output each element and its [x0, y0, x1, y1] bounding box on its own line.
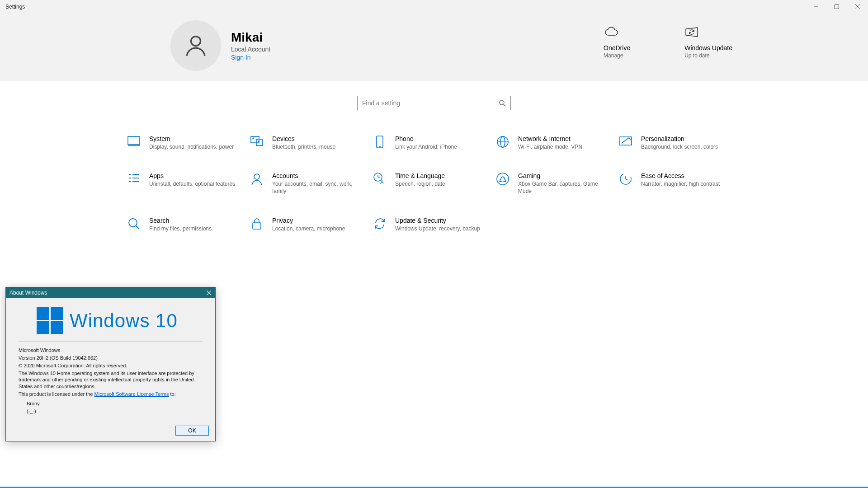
svg-line-35 [136, 226, 139, 229]
about-license-line: This product is licensed under the Micro… [19, 391, 203, 398]
divider [19, 341, 203, 342]
category-title: Privacy [272, 217, 345, 224]
category-title: Search [149, 217, 212, 224]
about-license-pre: This product is licensed under the [19, 391, 94, 397]
category-privacy[interactable]: PrivacyLocation, camera, microphone [250, 217, 373, 232]
category-desc: Xbox Game Bar, captures, Game Mode [518, 180, 609, 195]
about-body: Windows 10 Microsoft Windows Version 20H… [6, 298, 215, 421]
windows-update-tile[interactable]: Windows Update Up to date [684, 23, 732, 59]
category-devices[interactable]: DevicesBluetooth, printers, mouse [250, 135, 373, 150]
svg-point-25 [254, 174, 259, 179]
category-title: Ease of Access [641, 172, 720, 179]
windows-logo: Windows 10 [19, 305, 203, 339]
category-desc: Your accounts, email, sync, work, family [272, 180, 363, 195]
header: Mikai Local Account Sign In OneDrive Man… [0, 14, 868, 81]
svg-point-30 [497, 173, 509, 185]
svg-point-4 [191, 37, 201, 46]
category-text: Update & SecurityWindows Update, recover… [395, 217, 480, 232]
onedrive-sub: Manage [604, 52, 623, 59]
category-text: PrivacyLocation, camera, microphone [272, 217, 345, 232]
category-title: Update & Security [395, 217, 480, 224]
windows-logo-icon [37, 307, 63, 334]
about-license-post: to: [169, 391, 175, 397]
category-network[interactable]: Network & InternetWi-Fi, airplane mode, … [495, 135, 618, 150]
minimize-button[interactable] [806, 0, 826, 14]
category-updatesec[interactable]: Update & SecurityWindows Update, recover… [373, 217, 495, 232]
account-type: Local Account [231, 46, 270, 53]
svg-point-5 [500, 100, 504, 105]
category-desc: Display, sound, notifications, power [149, 143, 234, 150]
about-legal: The Windows 10 Home operating system and… [19, 370, 203, 390]
network-icon [495, 135, 510, 150]
category-title: Apps [149, 172, 235, 179]
category-title: Gaming [518, 172, 609, 179]
category-title: Phone [395, 135, 457, 142]
category-personalization[interactable]: PersonalizationBackground, lock screen, … [618, 135, 741, 150]
window-title: Settings [5, 4, 25, 10]
svg-point-11 [253, 138, 254, 139]
about-product: Microsoft Windows [19, 347, 203, 354]
category-text: PersonalizationBackground, lock screen, … [641, 135, 718, 150]
time-icon: A [373, 172, 387, 187]
updatesec-icon [373, 217, 387, 231]
about-close-button[interactable] [203, 287, 215, 298]
category-text: SystemDisplay, sound, notifications, pow… [149, 135, 234, 150]
svg-rect-1 [835, 5, 839, 9]
gaming-icon [495, 172, 510, 187]
category-desc: Speech, region, date [395, 180, 445, 188]
svg-line-6 [504, 104, 505, 106]
account-block: Mikai Local Account Sign In [170, 20, 270, 71]
category-text: Network & InternetWi-Fi, airplane mode, … [518, 135, 582, 150]
cloud-icon [604, 23, 619, 42]
category-gaming[interactable]: GamingXbox Game Bar, captures, Game Mode [495, 172, 618, 195]
devices-icon [250, 135, 264, 150]
onedrive-tile[interactable]: OneDrive Manage [604, 23, 630, 59]
category-text: DevicesBluetooth, printers, mouse [272, 135, 335, 150]
search-box[interactable] [357, 96, 511, 110]
ease-icon [618, 172, 633, 187]
categories-grid: SystemDisplay, sound, notifications, pow… [127, 135, 741, 232]
category-text: Ease of AccessNarrator, magnifier, high … [641, 172, 720, 195]
svg-point-12 [258, 141, 259, 142]
svg-rect-13 [377, 136, 383, 148]
windows-brand-text: Windows 10 [70, 310, 178, 332]
svg-point-34 [129, 219, 137, 227]
titlebar: Settings [0, 0, 868, 14]
category-time[interactable]: ATime & LanguageSpeech, region, date [373, 172, 495, 195]
category-accounts[interactable]: AccountsYour accounts, email, sync, work… [250, 172, 373, 195]
avatar[interactable] [170, 20, 221, 71]
account-text: Mikai Local Account Sign In [231, 30, 270, 61]
category-text: GamingXbox Game Bar, captures, Game Mode [518, 172, 609, 195]
category-desc: Background, lock screen, colors [641, 143, 718, 150]
onedrive-title: OneDrive [604, 44, 630, 52]
category-desc: Narrator, magnifier, high contrast [641, 180, 720, 188]
category-desc: Link your Android, iPhone [395, 143, 457, 150]
svg-rect-7 [128, 136, 140, 145]
svg-rect-9 [251, 136, 259, 143]
search-input[interactable] [362, 99, 499, 107]
category-phone[interactable]: PhoneLink your Android, iPhone [373, 135, 495, 150]
category-ease[interactable]: Ease of AccessNarrator, magnifier, high … [618, 172, 741, 195]
about-titlebar: About Windows [6, 287, 215, 298]
maximize-button[interactable] [826, 0, 847, 14]
about-licensee-2: (-_-) [27, 408, 203, 415]
category-search[interactable]: SearchFind my files, permissions [127, 217, 250, 232]
sign-in-link[interactable]: Sign In [231, 54, 270, 61]
search-icon [499, 99, 506, 107]
about-windows-dialog: About Windows Windows 10 Microsoft Windo… [5, 287, 216, 441]
category-system[interactable]: SystemDisplay, sound, notifications, pow… [127, 135, 250, 150]
svg-text:A: A [380, 179, 384, 185]
about-ok-button[interactable]: OK [175, 426, 209, 436]
category-desc: Windows Update, recovery, backup [395, 225, 480, 232]
privacy-icon [250, 217, 264, 231]
category-title: Network & Internet [518, 135, 582, 142]
category-desc: Bluetooth, printers, mouse [272, 143, 335, 150]
close-button[interactable] [847, 0, 868, 14]
category-apps[interactable]: AppsUninstall, defaults, optional featur… [127, 172, 250, 195]
update-title: Windows Update [684, 44, 732, 52]
license-terms-link[interactable]: Microsoft Software License Terms [94, 391, 169, 397]
phone-icon [373, 135, 387, 150]
accounts-icon [250, 172, 264, 187]
category-text: AccountsYour accounts, email, sync, work… [272, 172, 363, 195]
category-title: System [149, 135, 234, 142]
